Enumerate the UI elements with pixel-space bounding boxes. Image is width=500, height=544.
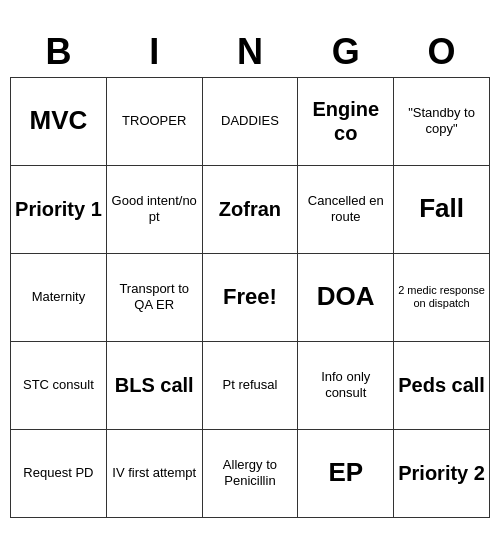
bingo-cell-2-4: 2 medic response on dispatch <box>394 253 490 341</box>
bingo-card: BINGO MVCTROOPERDADDIESEngine co"Standby… <box>10 27 490 518</box>
bingo-cell-1-1: Good intent/no pt <box>106 165 202 253</box>
bingo-cell-1-3: Cancelled en route <box>298 165 394 253</box>
bingo-cell-1-2: Zofran <box>202 165 298 253</box>
bingo-cell-0-2: DADDIES <box>202 77 298 165</box>
header-letter-b: B <box>11 27 107 78</box>
header-letter-n: N <box>202 27 298 78</box>
bingo-cell-3-2: Pt refusal <box>202 341 298 429</box>
bingo-cell-2-1: Transport to QA ER <box>106 253 202 341</box>
bingo-cell-4-0: Request PD <box>11 429 107 517</box>
bingo-cell-4-3: EP <box>298 429 394 517</box>
bingo-cell-2-0: Maternity <box>11 253 107 341</box>
header-row: BINGO <box>11 27 490 78</box>
bingo-cell-4-1: IV first attempt <box>106 429 202 517</box>
header-letter-i: I <box>106 27 202 78</box>
bingo-cell-0-1: TROOPER <box>106 77 202 165</box>
header-letter-g: G <box>298 27 394 78</box>
bingo-cell-0-0: MVC <box>11 77 107 165</box>
bingo-cell-3-0: STC consult <box>11 341 107 429</box>
bingo-cell-1-4: Fall <box>394 165 490 253</box>
bingo-cell-0-3: Engine co <box>298 77 394 165</box>
bingo-cell-3-1: BLS call <box>106 341 202 429</box>
bingo-row-2: MaternityTransport to QA ERFree!DOA2 med… <box>11 253 490 341</box>
bingo-cell-3-4: Peds call <box>394 341 490 429</box>
bingo-body: MVCTROOPERDADDIESEngine co"Standby to co… <box>11 77 490 517</box>
bingo-cell-0-4: "Standby to copy" <box>394 77 490 165</box>
bingo-cell-4-4: Priority 2 <box>394 429 490 517</box>
bingo-cell-3-3: Info only consult <box>298 341 394 429</box>
bingo-cell-1-0: Priority 1 <box>11 165 107 253</box>
bingo-row-3: STC consultBLS callPt refusalInfo only c… <box>11 341 490 429</box>
bingo-row-1: Priority 1Good intent/no ptZofranCancell… <box>11 165 490 253</box>
bingo-cell-2-2: Free! <box>202 253 298 341</box>
bingo-row-4: Request PDIV first attemptAllergy to Pen… <box>11 429 490 517</box>
bingo-cell-2-3: DOA <box>298 253 394 341</box>
bingo-row-0: MVCTROOPERDADDIESEngine co"Standby to co… <box>11 77 490 165</box>
bingo-cell-4-2: Allergy to Penicillin <box>202 429 298 517</box>
header-letter-o: O <box>394 27 490 78</box>
